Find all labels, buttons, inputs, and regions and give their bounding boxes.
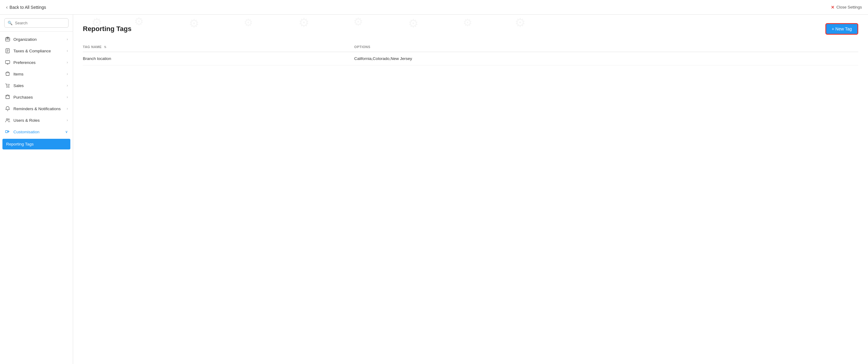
options-header-label: OPTIONS: [354, 45, 370, 49]
organization-chevron-icon: ›: [67, 37, 68, 41]
customisation-label: Customisation: [13, 130, 40, 134]
reporting-tags-table: TAG NAME ⇅ OPTIONS Branch location Calif…: [83, 42, 858, 65]
customisation-chevron-icon: ∨: [65, 130, 68, 134]
content-area: ⚙ ⚙ ⚙ ⚙ ⚙ ⚙ ⚙ ⚙ ⚙ Reporting Tags + New T…: [73, 14, 868, 364]
search-container: 🔍: [0, 14, 73, 32]
sort-icon: ⇅: [104, 45, 106, 49]
sidebar-item-users-roles[interactable]: Users & Roles ›: [0, 114, 73, 126]
purchases-label: Purchases: [13, 95, 33, 100]
users-roles-icon: [5, 118, 10, 123]
sidebar-item-reminders[interactable]: Reminders & Notifications ›: [0, 103, 73, 114]
back-label: Back to All Settings: [9, 5, 46, 10]
items-label: Items: [13, 72, 24, 76]
main-layout: 🔍 Organization ›: [0, 14, 868, 364]
content-header: Reporting Tags + New Tag: [83, 23, 858, 35]
sidebar-item-sales[interactable]: Sales ›: [0, 80, 73, 91]
items-chevron-icon: ›: [67, 72, 68, 76]
users-roles-label: Users & Roles: [13, 118, 40, 123]
sidebar-item-items[interactable]: Items ›: [0, 68, 73, 80]
sidebar-item-purchases[interactable]: Purchases ›: [0, 91, 73, 103]
reminders-chevron-icon: ›: [67, 106, 68, 111]
column-header-options: OPTIONS: [354, 42, 858, 52]
table-header-row: TAG NAME ⇅ OPTIONS: [83, 42, 858, 52]
svg-point-10: [7, 87, 7, 87]
organization-label: Organization: [13, 37, 37, 42]
search-box[interactable]: 🔍: [4, 18, 68, 28]
reminders-label: Reminders & Notifications: [13, 106, 61, 111]
sidebar-item-preferences[interactable]: Preferences ›: [0, 57, 73, 68]
sidebar-nav: Organization › Taxes & Compliance: [0, 32, 73, 364]
reporting-tags-label: Reporting Tags: [6, 142, 34, 146]
column-header-tag-name: TAG NAME ⇅: [83, 42, 354, 52]
sidebar-item-taxes-compliance[interactable]: Taxes & Compliance ›: [0, 45, 73, 57]
search-icon: 🔍: [8, 21, 12, 25]
svg-rect-7: [5, 61, 10, 64]
sales-label: Sales: [13, 84, 24, 88]
purchases-icon: [5, 94, 10, 100]
back-to-all-settings-link[interactable]: ‹ Back to All Settings: [6, 5, 46, 10]
taxes-label: Taxes & Compliance: [13, 49, 51, 53]
page-title: Reporting Tags: [83, 25, 131, 33]
svg-point-13: [8, 119, 9, 120]
search-input[interactable]: [15, 21, 65, 25]
tag-name-header-label: TAG NAME: [83, 45, 102, 49]
back-chevron-icon: ‹: [6, 5, 8, 10]
users-roles-chevron-icon: ›: [67, 118, 68, 122]
purchases-chevron-icon: ›: [67, 95, 68, 99]
cell-options: California,Colorado,New Jersey: [354, 52, 858, 65]
taxes-chevron-icon: ›: [67, 49, 68, 53]
preferences-label: Preferences: [13, 60, 36, 65]
close-settings-button[interactable]: ✕ Close Settings: [831, 5, 862, 10]
sidebar: 🔍 Organization ›: [0, 14, 73, 364]
svg-point-12: [6, 119, 8, 120]
sidebar-item-reporting-tags[interactable]: Reporting Tags: [2, 139, 70, 150]
top-bar: ‹ Back to All Settings ✕ Close Settings: [0, 0, 868, 14]
table-row: Branch location California,Colorado,New …: [83, 52, 858, 65]
customisation-icon: [5, 129, 10, 135]
items-icon: [5, 71, 10, 77]
reminders-icon: [5, 106, 10, 111]
sidebar-item-organization[interactable]: Organization ›: [0, 33, 73, 45]
content-inner: Reporting Tags + New Tag TAG NAME ⇅ OPTI…: [73, 14, 868, 74]
preferences-chevron-icon: ›: [67, 60, 68, 65]
taxes-icon: [5, 48, 10, 54]
sales-icon: [5, 83, 10, 88]
preferences-icon: [5, 60, 10, 65]
sales-chevron-icon: ›: [67, 84, 68, 88]
close-x-icon: ✕: [831, 5, 835, 10]
close-settings-label: Close Settings: [836, 5, 862, 9]
sidebar-item-customisation[interactable]: Customisation ∨: [0, 126, 73, 138]
organization-icon: [5, 36, 10, 42]
new-tag-label: + New Tag: [832, 27, 852, 31]
cell-tag-name: Branch location: [83, 52, 354, 65]
new-tag-button[interactable]: + New Tag: [825, 23, 858, 35]
svg-point-11: [8, 87, 9, 87]
